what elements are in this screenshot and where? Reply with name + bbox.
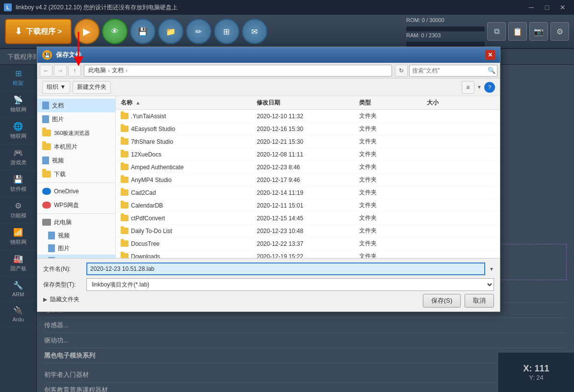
y-coord: Y: 24 [529, 374, 544, 381]
left-item-video[interactable]: 视频 [37, 154, 115, 167]
mail-button[interactable]: ✉ [242, 19, 267, 44]
save-dialog: 💾 保存文件 ✕ ← → ↑ 此电脑 › 文档 › ↻ 🔍 组织 ▼ 新建文件夹 [37, 47, 500, 312]
left-pics2-label: 图片 [58, 244, 70, 253]
eye-button[interactable]: 👁 [102, 19, 128, 44]
download-button[interactable]: ⬇ 下载程序 > [5, 19, 72, 44]
sidebar-item-iot3-label: 物联网 [2, 238, 34, 246]
file-row[interactable]: AnyMP4 Studio 2020-12-17 9:46 文件夹 [116, 174, 500, 186]
minimize-button[interactable]: ─ [524, 2, 539, 12]
left-item-pics[interactable]: 图片 [37, 112, 115, 126]
file-type: 文件夹 [359, 227, 427, 235]
arduino-icon: 🔌 [2, 306, 34, 315]
wps-icon [42, 202, 51, 209]
sidebar-item-software[interactable]: 💾 软件模 [0, 171, 36, 197]
file-type: 文件夹 [359, 176, 427, 184]
file-row[interactable]: ctPdfConvert 2020-12-15 14:45 文件夹 [116, 212, 500, 225]
save-confirm-button[interactable]: 保存(S) [423, 294, 461, 308]
file-row[interactable]: Cad2Cad 2020-12-14 11:19 文件夹 [116, 186, 500, 199]
organize-button[interactable]: 组织 ▼ [42, 81, 70, 94]
copy-button[interactable]: ⧉ [487, 22, 506, 41]
search-icon: 🔍 [488, 67, 496, 74]
camera-button[interactable]: 📷 [529, 22, 548, 41]
sidebar-item-iot1[interactable]: 📡 物联网 [0, 91, 36, 118]
cancel-button[interactable]: 取消 [465, 294, 494, 308]
left-divider-2 [37, 213, 115, 214]
breadcrumb-bar: 此电脑 › 文档 › [84, 65, 392, 77]
filetype-select[interactable]: linkboy项目文件(*.lab) [86, 278, 494, 291]
left-item-wps[interactable]: WPS网盘 [37, 198, 115, 212]
file-row[interactable]: Downloads 2020-12-19 15:22 文件夹 [116, 250, 500, 258]
left-onedrive-label: OneDrive [54, 188, 79, 195]
help-button[interactable]: ? [484, 82, 495, 93]
sidebar-item-domestic[interactable]: 🏭 国产板 [0, 250, 36, 277]
left-subitem-video2[interactable]: 视频 [37, 229, 115, 242]
settings-button[interactable]: ⚙ [550, 22, 569, 41]
hide-folders-label: 隐藏文件夹 [50, 295, 79, 304]
view-dropdown-icon: ▼ [477, 84, 482, 90]
docs2-icon [48, 257, 55, 258]
file-name: ctPdfConvert [131, 215, 165, 222]
breadcrumb-docs: 文档 [112, 66, 124, 75]
view-controls: ≡ ▼ ? [462, 81, 495, 94]
file-date: 2020-12-16 15:30 [257, 126, 359, 132]
filename-input[interactable] [86, 262, 485, 275]
filename-label: 文件名(N): [43, 265, 82, 273]
file-row[interactable]: .YunTaiAssist 2020-12-10 11:32 文件夹 [116, 110, 500, 123]
file-type: 文件夹 [359, 214, 427, 222]
edit-button[interactable]: ✏ [186, 19, 211, 44]
sidebar-item-arduino[interactable]: 🔌 Ardu [0, 302, 36, 327]
save-icon: 💾 [138, 27, 148, 36]
bottom-item-3: 驱动功... [44, 333, 567, 348]
sidebar-item-game[interactable]: 🎮 游戏类 [0, 144, 36, 171]
title-bar-controls: ─ □ ✕ [524, 2, 570, 12]
file-row[interactable]: CalendarDB 2020-12-11 15:01 文件夹 [116, 199, 500, 212]
dialog-close-button[interactable]: ✕ [485, 50, 495, 60]
left-item-docs[interactable]: 文档 [37, 99, 115, 112]
browser360-icon [42, 130, 51, 136]
left-item-this-pc[interactable]: 此电脑 [37, 215, 115, 229]
left-item-downloads[interactable]: 下载 [37, 167, 115, 181]
sidebar-item-frame[interactable]: ⊞ 框架 [0, 65, 36, 91]
hide-folders-row: ▶ 隐藏文件夹 [43, 295, 79, 304]
new-folder-button[interactable]: 新建文件夹 [73, 81, 111, 94]
eye-icon: 👁 [111, 27, 119, 36]
left-subitem-docs2[interactable]: 文档 [37, 255, 115, 258]
file-row[interactable]: 4Easysoft Studio 2020-12-16 15:30 文件夹 [116, 123, 500, 135]
edit-icon: ✏ [195, 27, 202, 36]
grid-button[interactable]: ⊞ [214, 19, 239, 44]
view-toggle-button[interactable]: ≡ [462, 81, 474, 94]
file-row[interactable]: 12XueDocs 2020-12-08 11:11 文件夹 [116, 148, 500, 161]
file-row[interactable]: Daily To-Do List 2020-12-23 10:48 文件夹 [116, 225, 500, 237]
save-button-toolbar[interactable]: 💾 [130, 19, 156, 44]
iot2-icon: 🌐 [2, 122, 34, 131]
maximize-button[interactable]: □ [540, 2, 554, 12]
sidebar-item-iot3[interactable]: 📶 物联网 [0, 224, 36, 250]
sidebar-item-iot2[interactable]: 🌐 物联网 [0, 118, 36, 144]
left-video2-label: 视频 [58, 232, 70, 240]
sidebar-item-func[interactable]: ⚙ 功能模 [0, 197, 36, 224]
file-row[interactable]: DocusTree 2020-12-22 13:37 文件夹 [116, 237, 500, 250]
app-close-button[interactable]: ✕ [555, 2, 570, 12]
nav-back-button[interactable]: ← [40, 65, 52, 77]
left-item-onedrive[interactable]: OneDrive [37, 184, 115, 198]
folder-button[interactable]: 📁 [158, 19, 183, 44]
sidebar-item-arm[interactable]: 🔧 ARM [0, 277, 36, 302]
file-name: Daily To-Do List [131, 228, 172, 235]
red-arrow-indicator [64, 29, 93, 69]
left-item-phone-pics[interactable]: 本机照片 [37, 140, 115, 154]
file-list-header: 名称 ▲ 修改日期 类型 大小 [116, 96, 500, 110]
file-row[interactable]: 7thShare Studio 2020-12-21 15:30 文件夹 [116, 135, 500, 148]
left-subitem-pics2[interactable]: 图片 [37, 242, 115, 255]
title-bar: L linkboy v4.2 (2020.12.10) 您的设计图还没有存放到电… [0, 0, 574, 15]
nav-refresh-button[interactable]: ↻ [395, 65, 408, 77]
col-name-header: 名称 ▲ [121, 99, 257, 107]
left-item-browser360[interactable]: 360极速浏览器 [37, 126, 115, 140]
phone-pics-icon [42, 143, 51, 150]
search-input[interactable] [412, 67, 486, 74]
file-row[interactable]: Amped Authenticate 2020-12-23 8:46 文件夹 [116, 161, 500, 174]
sidebar-item-arduino-label: Ardu [2, 316, 34, 322]
title-bar-text: linkboy v4.2 (2020.12.10) 您的设计图还没有存放到电脑硬… [16, 3, 524, 12]
left-divider-1 [37, 183, 115, 183]
left-downloads-label: 下载 [54, 170, 66, 179]
paste-button[interactable]: 📋 [508, 22, 527, 41]
